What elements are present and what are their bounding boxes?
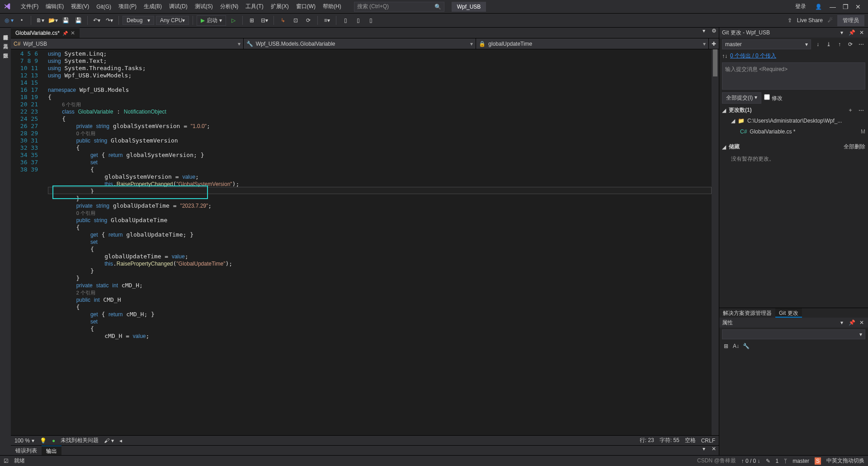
bottom-close-icon[interactable]: ✕: [709, 446, 719, 455]
pull-icon[interactable]: ⤓: [825, 41, 833, 48]
tab-globalvariable[interactable]: GlobalVariable.cs* 📌 ✕: [11, 28, 80, 38]
window-maximize-icon[interactable]: ❐: [839, 3, 852, 10]
props-az-icon[interactable]: A↓: [732, 343, 740, 349]
tab-dropdown-icon[interactable]: ▾: [699, 28, 709, 38]
indent-mode[interactable]: 空格: [685, 437, 696, 444]
menu-analyze[interactable]: 分析(N): [217, 0, 242, 13]
menu-window[interactable]: 窗口(W): [292, 0, 319, 13]
brush-icon[interactable]: 🖌 ▾: [104, 437, 113, 444]
menu-edit[interactable]: 编辑(E): [42, 0, 67, 13]
changes-count[interactable]: 更改数(1): [729, 106, 752, 114]
nav-split-icon[interactable]: ✚: [709, 38, 719, 49]
code-editor[interactable]: 4 5 6 7 8 9 10 11 12 13 14 15 16 17 18 1…: [11, 49, 719, 435]
tab-gear-icon[interactable]: ⚙: [709, 28, 719, 38]
pin-icon[interactable]: 📌: [62, 31, 68, 36]
panel-pin-icon[interactable]: 📌: [848, 29, 855, 36]
nav-member-dropdown[interactable]: 🔒globalUpdateTime▾: [476, 38, 709, 49]
left-tab-server-explorer[interactable]: 服务器资源管理器: [1, 29, 10, 33]
props-object-dropdown[interactable]: ▾: [722, 329, 865, 339]
global-search-input[interactable]: 搜索 (Ctrl+Q) 🔍: [354, 2, 444, 12]
save-icon[interactable]: 💾: [60, 15, 71, 26]
pencil-icon[interactable]: ✎: [766, 458, 770, 464]
fold-gutter[interactable]: [42, 49, 48, 435]
save-all-icon[interactable]: 💾: [73, 15, 84, 26]
bottom-dropdown-icon[interactable]: ▾: [699, 446, 709, 455]
liveshare-label[interactable]: Live Share: [797, 17, 823, 24]
start-nodebug-icon[interactable]: ▷: [228, 15, 239, 26]
account-icon[interactable]: 👤: [811, 2, 826, 12]
window-minimize-icon[interactable]: —: [826, 3, 839, 10]
fetch-icon[interactable]: ↓: [814, 41, 822, 48]
tab-solution-explorer[interactable]: 解决方案资源管理器: [719, 308, 775, 318]
panel-close-icon[interactable]: ✕: [858, 29, 865, 36]
breakpoint-gutter[interactable]: [11, 49, 20, 435]
tb-icon-7[interactable]: ▯: [340, 15, 351, 26]
menu-file[interactable]: 文件(F): [17, 0, 42, 13]
changed-file[interactable]: C# GlobalVariable.cs * M: [722, 128, 865, 136]
config-dropdown[interactable]: Debug▾: [123, 16, 154, 25]
left-tab-toolbox[interactable]: 工具箱: [1, 38, 10, 42]
tab-git-changes[interactable]: Git 更改: [775, 308, 802, 318]
tb-icon-2[interactable]: ⊟▾: [259, 15, 270, 26]
start-debug-button[interactable]: ▶启动▾: [197, 15, 226, 26]
collapse-icon[interactable]: ◢: [722, 107, 726, 114]
left-tab-datasource[interactable]: 数据源: [1, 48, 10, 51]
props-wrench-icon[interactable]: 🔧: [742, 343, 750, 349]
props-cat-icon[interactable]: ⊞: [722, 343, 730, 349]
ime-text[interactable]: 中英文拖动切换: [826, 457, 864, 465]
tab-error-list[interactable]: 错误列表: [11, 446, 42, 455]
panel-dropdown-icon[interactable]: ▾: [838, 29, 845, 36]
menu-view[interactable]: 视图(V): [67, 0, 93, 13]
outgoing-incoming-link[interactable]: 0 个传出 / 0 个传入: [730, 52, 776, 60]
stash-delete-all[interactable]: 全部删除: [844, 143, 865, 151]
push-icon[interactable]: ↑: [835, 41, 844, 48]
menu-tools[interactable]: 工具(T): [242, 0, 267, 13]
ime-icon[interactable]: S: [815, 457, 821, 465]
zoom-level[interactable]: 100 %▾: [14, 437, 34, 444]
redo-icon[interactable]: ↷▾: [104, 15, 115, 26]
close-tab-icon[interactable]: ✕: [71, 30, 75, 36]
code-text[interactable]: using System.Linq; using System.Text; us…: [48, 49, 712, 435]
status-branch[interactable]: master: [793, 458, 809, 464]
menu-debug[interactable]: 调试(D): [165, 0, 191, 13]
menu-git[interactable]: Git(G): [93, 1, 115, 12]
new-project-icon[interactable]: 🗎▾: [35, 15, 46, 26]
more-icon[interactable]: ⋯: [857, 41, 865, 48]
menu-extensions[interactable]: 扩展(X): [267, 0, 292, 13]
tb-icon-1[interactable]: ⊞: [246, 15, 257, 26]
menu-test[interactable]: 测试(S): [191, 0, 217, 13]
stage-all-icon[interactable]: ＋: [846, 106, 854, 114]
menu-project[interactable]: 项目(P): [115, 0, 140, 13]
nav-class-dropdown[interactable]: 🔧Wpf_USB.Models.GlobalVariable▾: [244, 38, 476, 49]
commit-all-button[interactable]: 全部提交(I)▾: [722, 92, 761, 104]
window-close-icon[interactable]: ✕: [852, 3, 864, 10]
props-pin-icon[interactable]: 📌: [848, 319, 855, 326]
status-updown[interactable]: ↑ 0 / 0 ↓: [741, 458, 760, 464]
props-dropdown-icon[interactable]: ▾: [838, 319, 845, 326]
platform-dropdown[interactable]: Any CPU▾: [156, 16, 189, 25]
tb-icon-8[interactable]: ▯: [353, 15, 363, 26]
vertical-scrollbar[interactable]: [712, 49, 719, 435]
amend-checkbox[interactable]: 修改: [764, 94, 782, 102]
nav-back-icon[interactable]: ◎ ▾: [4, 15, 14, 26]
lightbulb-icon[interactable]: 💡: [40, 437, 47, 444]
changes-folder[interactable]: ◢ 📁 C:\Users\Administrator\Desktop\Wpf_.…: [722, 117, 865, 125]
tb-icon-4[interactable]: ⊡: [290, 15, 301, 26]
props-close-icon[interactable]: ✕: [858, 319, 865, 326]
more-changes-icon[interactable]: ⋯: [857, 107, 865, 114]
menu-build[interactable]: 生成(B): [140, 0, 165, 13]
hscroll-left-icon[interactable]: ◂: [119, 437, 122, 444]
open-file-icon[interactable]: 📂▾: [47, 15, 58, 26]
tb-icon-9[interactable]: ▯: [365, 15, 376, 26]
branch-icon[interactable]: ᛘ: [784, 458, 787, 464]
nav-fwd-icon[interactable]: •: [16, 15, 27, 26]
sync-icon[interactable]: ⟳: [846, 41, 854, 48]
solution-name[interactable]: Wpf_USB: [452, 2, 486, 12]
tb-icon-5[interactable]: ⟳: [303, 15, 314, 26]
branch-dropdown[interactable]: master▾: [722, 39, 811, 49]
feedback-icon[interactable]: ☄: [825, 15, 835, 26]
nav-project-dropdown[interactable]: C#Wpf_USB▾: [11, 38, 244, 49]
login-link[interactable]: 登录: [791, 1, 811, 12]
undo-icon[interactable]: ↶▾: [91, 15, 102, 26]
tb-icon-6[interactable]: ≡▾: [321, 15, 332, 26]
